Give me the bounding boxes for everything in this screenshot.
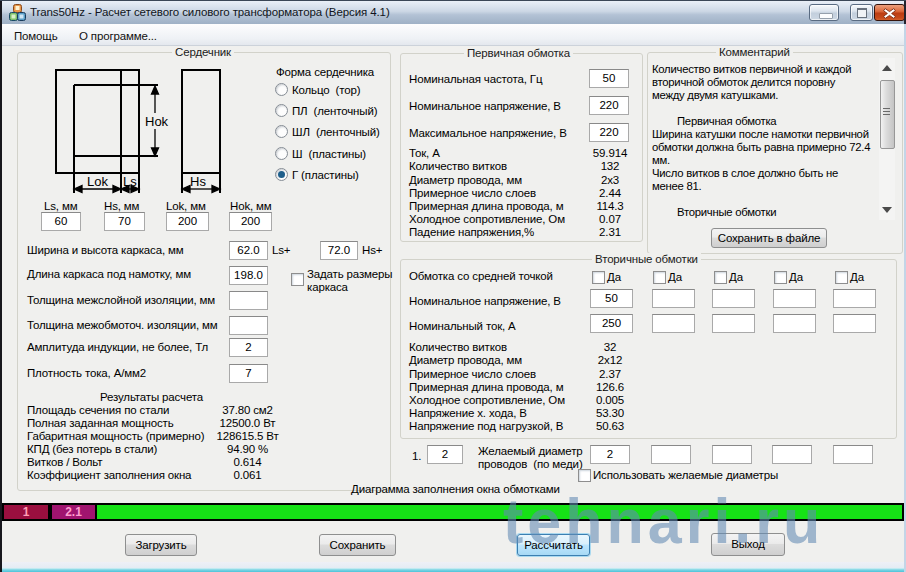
svg-text:Hs: Hs — [190, 174, 206, 189]
svg-text:Hok: Hok — [145, 114, 169, 129]
svg-text:Lok: Lok — [87, 174, 108, 189]
svg-text:Ls: Ls — [123, 174, 137, 189]
